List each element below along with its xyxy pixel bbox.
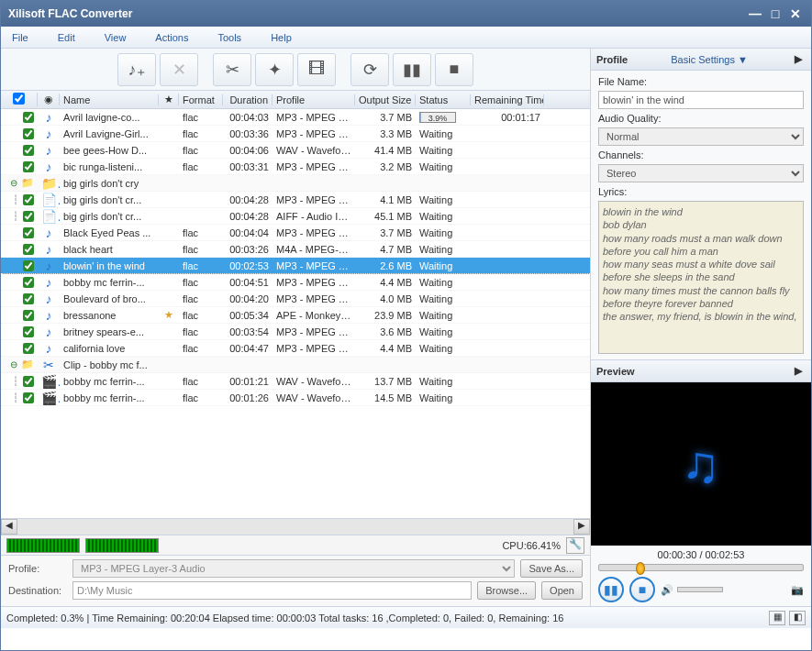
menu-file[interactable]: File bbox=[12, 32, 28, 43]
table-row[interactable]: ┆🎬bobby mc ferrin-...flac00:01:21WAV - W… bbox=[1, 373, 590, 390]
basic-settings-link[interactable]: Basic Settings ▼ bbox=[671, 54, 748, 65]
col-profile[interactable]: Profile bbox=[273, 94, 355, 105]
row-checkbox[interactable] bbox=[23, 227, 34, 238]
row-checkbox[interactable] bbox=[23, 161, 34, 172]
table-row[interactable]: ┆📄big girls don't cr...00:04:28AIFF - Au… bbox=[1, 208, 590, 225]
cell-status: Waiting bbox=[416, 277, 471, 288]
seek-thumb[interactable] bbox=[636, 562, 645, 575]
col-format[interactable]: Format bbox=[179, 94, 223, 105]
volume-slider[interactable] bbox=[677, 587, 723, 592]
filename-input[interactable] bbox=[598, 91, 804, 109]
table-row[interactable]: ♪Avril lavigne-co...flac00:04:03MP3 - MP… bbox=[1, 109, 590, 126]
row-checkbox[interactable] bbox=[23, 343, 34, 354]
settings-wrench-button[interactable]: 🔧 bbox=[566, 537, 584, 554]
expand-toggle[interactable]: ⊖ bbox=[8, 178, 19, 188]
row-checkbox[interactable] bbox=[23, 310, 34, 321]
row-checkbox[interactable] bbox=[23, 293, 34, 304]
stop-button[interactable]: ■ bbox=[435, 53, 473, 86]
col-duration[interactable]: Duration bbox=[223, 94, 273, 105]
file-type-icon: 📁 bbox=[38, 176, 60, 191]
close-button[interactable]: ✕ bbox=[787, 6, 804, 21]
profile-select[interactable]: MP3 - MPEG Layer-3 Audio bbox=[72, 559, 515, 578]
col-type-icon[interactable]: ◉ bbox=[38, 94, 60, 105]
clip-button[interactable]: 🎞 bbox=[297, 53, 336, 86]
menu-view[interactable]: View bbox=[105, 32, 127, 43]
cut-button[interactable]: ✂ bbox=[213, 53, 251, 86]
table-row[interactable]: ♪california loveflac00:04:47MP3 - MPEG L… bbox=[1, 340, 590, 357]
add-files-button[interactable]: ♪₊ bbox=[117, 53, 156, 86]
status-icon-2[interactable]: ◧ bbox=[789, 611, 806, 625]
horizontal-scrollbar[interactable]: ◀ ▶ bbox=[1, 518, 590, 535]
cpu-graph-1 bbox=[6, 538, 80, 553]
minimize-button[interactable]: — bbox=[747, 6, 763, 21]
destination-input[interactable] bbox=[72, 581, 472, 600]
row-checkbox[interactable] bbox=[23, 112, 34, 123]
seek-slider[interactable] bbox=[598, 564, 804, 571]
menu-help[interactable]: Help bbox=[271, 32, 292, 43]
scroll-track[interactable] bbox=[17, 519, 573, 535]
row-checkbox[interactable] bbox=[23, 211, 34, 222]
cell-duration: 00:02:53 bbox=[223, 260, 273, 271]
row-checkbox[interactable] bbox=[23, 376, 34, 387]
expand-toggle[interactable]: ⊖ bbox=[8, 359, 19, 370]
effects-button[interactable]: ✦ bbox=[255, 53, 294, 86]
open-button[interactable]: Open bbox=[541, 581, 583, 600]
table-row[interactable]: ♪bee gees-How D...flac00:04:06WAV - Wave… bbox=[1, 142, 590, 159]
save-as-button[interactable]: Save As... bbox=[520, 559, 583, 578]
row-checkbox[interactable] bbox=[23, 194, 34, 205]
browse-button[interactable]: Browse... bbox=[477, 581, 536, 600]
profile-bar: Profile: MP3 - MPEG Layer-3 Audio Save A… bbox=[1, 555, 590, 606]
table-row[interactable]: ⊖📁📁big girls don't cry bbox=[1, 175, 590, 192]
col-star[interactable]: ★ bbox=[159, 94, 179, 105]
row-checkbox[interactable] bbox=[23, 326, 34, 337]
col-remaining[interactable]: Remaining Time bbox=[471, 94, 544, 105]
cell-status: Waiting bbox=[416, 128, 471, 139]
row-checkbox[interactable] bbox=[23, 145, 34, 156]
cell-star[interactable]: ★ bbox=[159, 309, 179, 321]
filename-label: File Name: bbox=[598, 76, 804, 87]
cell-format: flac bbox=[179, 145, 223, 156]
table-row[interactable]: ♪Black Eyed Peas ...flac00:04:04MP3 - MP… bbox=[1, 225, 590, 241]
channels-select[interactable]: Stereo bbox=[598, 164, 804, 182]
stop-playback-button[interactable]: ■ bbox=[629, 577, 655, 602]
row-checkbox[interactable] bbox=[23, 260, 34, 271]
table-row[interactable]: ♪bressanone★flac00:05:34APE - Monkey's .… bbox=[1, 307, 590, 324]
remove-button[interactable]: ✕ bbox=[160, 53, 198, 86]
row-checkbox[interactable] bbox=[23, 277, 34, 288]
table-row[interactable]: ♪britney spears-e...flac00:03:54MP3 - MP… bbox=[1, 324, 590, 340]
table-row[interactable]: ♪bobby mc ferrin-...flac00:04:51MP3 - MP… bbox=[1, 274, 590, 291]
scroll-left-arrow[interactable]: ◀ bbox=[1, 519, 17, 535]
table-row[interactable]: ⊖📁✂Clip - bobby mc f... bbox=[1, 357, 590, 373]
col-outsize[interactable]: Output Size bbox=[355, 94, 416, 105]
volume-icon[interactable]: 🔊 bbox=[661, 584, 673, 596]
menu-tools[interactable]: Tools bbox=[217, 32, 241, 43]
profile-collapse-arrow[interactable]: ▶ bbox=[791, 53, 806, 65]
row-checkbox[interactable] bbox=[23, 128, 34, 139]
preview-viewport: ♫ bbox=[591, 382, 811, 546]
preview-collapse-arrow[interactable]: ▶ bbox=[791, 365, 806, 377]
scroll-right-arrow[interactable]: ▶ bbox=[573, 519, 590, 535]
menu-actions[interactable]: Actions bbox=[155, 32, 188, 43]
snapshot-button[interactable]: 📷 bbox=[791, 584, 804, 596]
quality-select[interactable]: Normal bbox=[598, 127, 804, 146]
col-checkbox[interactable] bbox=[1, 93, 38, 106]
row-checkbox[interactable] bbox=[23, 392, 34, 403]
table-row[interactable]: ♪black heartflac00:03:26M4A - MPEG-4 A..… bbox=[1, 241, 590, 258]
status-icon-1[interactable]: ▦ bbox=[769, 611, 785, 625]
lyrics-box[interactable]: blowin in the wind bob dylan how many ro… bbox=[598, 201, 804, 354]
table-row[interactable]: ♪Boulevard of bro...flac00:04:20MP3 - MP… bbox=[1, 291, 590, 307]
col-name[interactable]: Name bbox=[60, 94, 159, 105]
refresh-button[interactable]: ⟳ bbox=[350, 53, 389, 86]
maximize-button[interactable]: □ bbox=[767, 6, 784, 21]
col-status[interactable]: Status bbox=[416, 94, 471, 105]
table-row[interactable]: ♪bic runga-listeni...flac00:03:31MP3 - M… bbox=[1, 159, 590, 175]
table-row[interactable]: ┆📄big girls don't cr...00:04:28MP3 - MPE… bbox=[1, 192, 590, 208]
table-row[interactable]: ♪blowin' in the windflac00:02:53MP3 - MP… bbox=[1, 258, 590, 274]
cell-profile: APE - Monkey's ... bbox=[273, 310, 355, 321]
table-row[interactable]: ♪Avril Lavigne-Girl...flac00:03:36MP3 - … bbox=[1, 126, 590, 142]
play-pause-button[interactable]: ▮▮ bbox=[598, 577, 624, 602]
pause-button[interactable]: ▮▮ bbox=[393, 53, 431, 86]
row-checkbox[interactable] bbox=[23, 244, 34, 255]
table-row[interactable]: ┆🎬bobby mc ferrin-...flac00:01:26WAV - W… bbox=[1, 390, 590, 406]
menu-edit[interactable]: Edit bbox=[58, 32, 75, 43]
